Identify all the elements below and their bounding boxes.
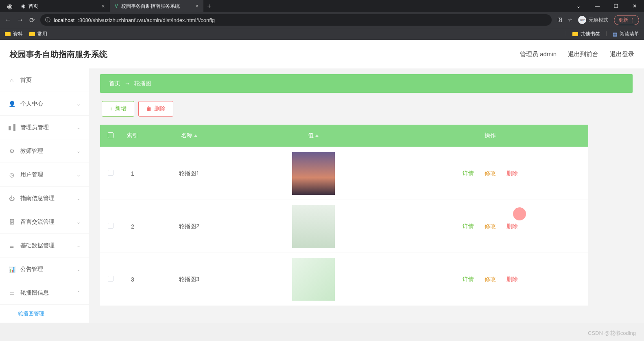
sidebar-item-basedata[interactable]: ≣基础数据管理⌄ <box>0 234 89 257</box>
sidebar-item-message[interactable]: 🗄留言交流管理⌄ <box>0 210 89 234</box>
new-tab-button[interactable]: + <box>203 2 215 10</box>
sidebar-item-teacher[interactable]: ⚙教师管理⌄ <box>0 139 89 163</box>
tab-app[interactable]: V 校园事务自助指南服务系统 × <box>110 0 203 12</box>
cursor-highlight <box>513 207 526 220</box>
cell-index: 2 <box>121 200 144 253</box>
current-user[interactable]: 管理员 admin <box>520 51 557 58</box>
clock-icon: ◷ <box>8 172 15 178</box>
divider: | <box>565 31 567 37</box>
breadcrumb-home[interactable]: 首页 <box>109 80 120 87</box>
table-row: 1 轮播图1 详情 修改 删除 <box>100 147 588 200</box>
detail-link[interactable]: 详情 <box>463 223 474 230</box>
breadcrumb: 首页 → 轮播图 <box>100 74 633 93</box>
close-icon[interactable]: × <box>195 3 199 9</box>
thumbnail-image <box>292 152 335 195</box>
globe-icon: ◉ <box>3 0 16 12</box>
incognito-badge: 👓 无痕模式 <box>578 16 608 24</box>
folder-icon <box>572 32 578 36</box>
user-icon: 👤 <box>8 101 15 107</box>
delete-link[interactable]: 删除 <box>506 276 518 283</box>
minimize-button[interactable]: — <box>588 0 607 12</box>
image-icon: ▭ <box>8 290 15 296</box>
sidebar-item-carousel[interactable]: ▭轮播图信息⌃ <box>0 281 89 305</box>
row-checkbox[interactable] <box>108 170 114 176</box>
detail-link[interactable]: 详情 <box>463 170 474 177</box>
star-icon[interactable]: ☆ <box>568 17 572 23</box>
globe-icon: ◉ <box>21 3 25 9</box>
col-value[interactable]: 值 <box>234 125 392 147</box>
incognito-label: 无痕模式 <box>589 17 608 24</box>
sidebar-item-user[interactable]: ◷用户管理⌄ <box>0 163 89 187</box>
layers-icon: ≣ <box>8 242 15 249</box>
thumbnail-image <box>292 205 335 248</box>
watermark: CSDN @花椒coding <box>588 330 636 337</box>
caret-down-icon[interactable]: ⌄ <box>569 0 588 12</box>
add-button[interactable]: +新增 <box>102 101 134 117</box>
address-bar: ← → ⟳ ⓘ localhost:8080/shiwuzizhuzhinanf… <box>0 12 644 28</box>
chevron-down-icon: ⌄ <box>76 125 81 130</box>
edit-link[interactable]: 修改 <box>485 276 496 283</box>
sidebar-item-notice[interactable]: 📊公告管理⌄ <box>0 257 89 281</box>
chevron-down-icon: ⌄ <box>76 266 81 272</box>
chevron-up-icon: ⌃ <box>76 290 81 296</box>
row-checkbox[interactable] <box>108 276 114 282</box>
vue-icon: V <box>115 3 118 9</box>
sidebar-sub-carousel-manage[interactable]: 轮播图管理 <box>0 305 89 323</box>
cell-name: 轮播图2 <box>144 200 234 253</box>
url-input[interactable]: ⓘ localhost:8080/shiwuzizhuzhinanfuwu/ad… <box>40 14 552 26</box>
reading-list[interactable]: ▤阅读清单 <box>613 31 639 37</box>
key-icon[interactable]: ⚿ <box>557 17 562 23</box>
cell-name: 轮播图3 <box>144 253 234 306</box>
folder-icon <box>29 32 35 36</box>
update-button[interactable]: 更新 ⋮ <box>614 15 639 25</box>
checkbox-all[interactable] <box>108 132 114 138</box>
go-frontend-link[interactable]: 退出到前台 <box>568 51 598 58</box>
col-name[interactable]: 名称 <box>144 125 234 147</box>
divider: | <box>606 31 607 37</box>
delete-button[interactable]: 🗑删除 <box>138 101 173 117</box>
incognito-icon: 👓 <box>578 16 586 24</box>
row-checkbox[interactable] <box>108 223 114 229</box>
edit-link[interactable]: 修改 <box>485 223 496 230</box>
col-index[interactable]: 索引 <box>121 125 144 147</box>
col-ops: 操作 <box>392 125 588 147</box>
tab-home[interactable]: ◉ 首页 × <box>16 0 110 12</box>
logout-link[interactable]: 退出登录 <box>610 51 634 58</box>
delete-link[interactable]: 删除 <box>506 223 518 230</box>
power-icon: ⏻ <box>8 195 15 202</box>
close-icon[interactable]: × <box>102 3 105 9</box>
other-bookmarks[interactable]: 其他书签 <box>572 31 600 37</box>
detail-link[interactable]: 详情 <box>463 276 474 283</box>
home-icon: ⌂ <box>8 77 15 84</box>
chevron-down-icon: ⌄ <box>76 148 81 154</box>
forward-button[interactable]: → <box>17 16 24 24</box>
desk-icon: 🗄 <box>8 219 15 225</box>
app-title: 校园事务自助指南服务系统 <box>10 49 107 60</box>
url-path: :8080/shiwuzizhuzhinanfuwu/admin/dist/in… <box>78 17 215 23</box>
browser-chrome: ◉ ◉ 首页 × V 校园事务自助指南服务系统 × + ⌄ — ❐ ✕ ← → … <box>0 0 644 40</box>
sidebar-item-admin[interactable]: ▮▐管理员管理⌄ <box>0 116 89 139</box>
chevron-down-icon: ⌄ <box>76 219 81 225</box>
folder-icon <box>5 32 11 36</box>
chevron-down-icon: ⌄ <box>76 101 81 107</box>
kebab-icon: ⋮ <box>630 17 635 23</box>
gear-icon: ⚙ <box>8 148 15 154</box>
edit-link[interactable]: 修改 <box>485 170 496 177</box>
delete-link[interactable]: 删除 <box>506 170 518 177</box>
table-row: 2 轮播图2 详情 修改 删除 <box>100 200 588 253</box>
maximize-button[interactable]: ❐ <box>607 0 625 12</box>
chevron-down-icon: ⌄ <box>76 172 81 178</box>
sidebar-item-profile[interactable]: 👤个人中心⌄ <box>0 92 89 116</box>
app-header: 校园事务自助指南服务系统 管理员 admin 退出到前台 退出登录 <box>0 40 644 68</box>
reload-button[interactable]: ⟳ <box>29 16 35 24</box>
cell-index: 1 <box>121 147 144 200</box>
content: 首页 → 轮播图 +新增 🗑删除 索引 名称 值 操作 1 <box>89 68 644 323</box>
sidebar-item-guide[interactable]: ⏻指南信息管理⌄ <box>0 187 89 210</box>
back-button[interactable]: ← <box>5 16 11 24</box>
bookmark-bar: 资料 常用 | 其他书签 | ▤阅读清单 <box>0 28 644 40</box>
sidebar-item-home[interactable]: ⌂首页 <box>0 68 89 92</box>
bookmark-folder[interactable]: 资料 <box>5 31 23 37</box>
arrow-right-icon: → <box>124 80 130 87</box>
bookmark-folder[interactable]: 常用 <box>29 31 47 37</box>
close-window-button[interactable]: ✕ <box>625 0 644 12</box>
